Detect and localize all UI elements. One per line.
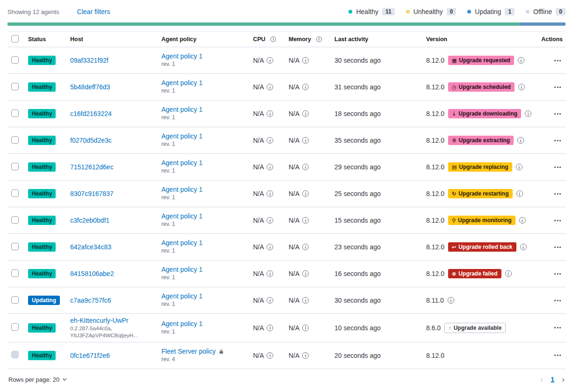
- cpu-na-info-icon[interactable]: i: [267, 164, 273, 170]
- memory-na-info-icon[interactable]: i: [302, 297, 309, 304]
- agent-policy-link[interactable]: Agent policy 1: [161, 106, 203, 113]
- row-checkbox[interactable]: [11, 243, 19, 250]
- memory-cell: N/Ai: [289, 190, 334, 197]
- host-link[interactable]: c16fd2163224: [70, 110, 112, 117]
- memory-na-info-icon[interactable]: i: [302, 137, 309, 144]
- memory-na-info-icon[interactable]: i: [302, 84, 309, 90]
- upgrade-info-icon[interactable]: i: [519, 217, 526, 224]
- cpu-na-info-icon[interactable]: i: [267, 297, 273, 304]
- agent-policy-link[interactable]: Agent policy 1: [161, 79, 203, 87]
- upgrade-info-icon[interactable]: i: [505, 270, 512, 277]
- row-checkbox[interactable]: [11, 269, 19, 277]
- memory-na-info-icon[interactable]: i: [302, 325, 309, 331]
- host-link[interactable]: 0fc1e671f2e6: [70, 352, 110, 359]
- agent-policy-link[interactable]: Agent policy 1: [161, 266, 203, 273]
- cpu-na-info-icon[interactable]: i: [267, 84, 273, 90]
- upgrade-info-icon[interactable]: i: [518, 57, 524, 64]
- agent-policy-link[interactable]: Fleet Server policy: [161, 348, 216, 355]
- agent-policy-link[interactable]: Agent policy 1: [161, 292, 203, 300]
- actions-menu-button[interactable]: [552, 324, 563, 331]
- cpu-info-icon[interactable]: i: [270, 36, 276, 42]
- cpu-na-info-icon[interactable]: i: [267, 137, 273, 144]
- cpu-value: N/A: [253, 297, 264, 304]
- host-link[interactable]: 8307c9167837: [70, 190, 114, 197]
- agent-policy-link[interactable]: Agent policy 1: [161, 52, 203, 60]
- host-link[interactable]: c3fc2eb0bdf1: [70, 217, 109, 224]
- host-link[interactable]: 84158106abe2: [70, 270, 114, 277]
- row-checkbox[interactable]: [11, 56, 19, 64]
- memory-na-info-icon[interactable]: i: [302, 244, 309, 250]
- upgrade-info-icon[interactable]: i: [520, 244, 527, 250]
- cpu-na-info-icon[interactable]: i: [267, 244, 273, 250]
- actions-menu-button[interactable]: [552, 137, 563, 144]
- memory-na-info-icon[interactable]: i: [302, 57, 309, 64]
- actions-menu-button[interactable]: [552, 270, 563, 277]
- cpu-na-info-icon[interactable]: i: [267, 217, 273, 224]
- row-checkbox[interactable]: [11, 109, 19, 117]
- row-checkbox[interactable]: [11, 163, 19, 170]
- memory-na-info-icon[interactable]: i: [302, 352, 309, 359]
- rows-per-page-button[interactable]: Rows per page: 20: [8, 376, 67, 383]
- row-checkbox[interactable]: [11, 323, 19, 331]
- row-checkbox[interactable]: [11, 351, 19, 358]
- memory-na-info-icon[interactable]: i: [302, 217, 309, 224]
- memory-na-info-icon[interactable]: i: [302, 164, 309, 170]
- actions-menu-button[interactable]: [552, 57, 563, 64]
- agent-policy-link[interactable]: Agent policy 1: [161, 159, 203, 167]
- upgrade-badge-icon: ↑: [449, 324, 451, 332]
- actions-menu-button[interactable]: [552, 84, 563, 91]
- actions-menu-button[interactable]: [552, 164, 563, 171]
- cpu-na-info-icon[interactable]: i: [267, 325, 273, 331]
- actions-menu-button[interactable]: [552, 297, 563, 304]
- row-checkbox[interactable]: [11, 296, 19, 304]
- host-link[interactable]: 09af3321f92f: [70, 57, 109, 64]
- row-checkbox[interactable]: [11, 136, 19, 144]
- memory-na-info-icon[interactable]: i: [302, 190, 309, 197]
- cpu-na-info-icon[interactable]: i: [267, 110, 273, 117]
- memory-na-info-icon[interactable]: i: [302, 270, 309, 277]
- host-link[interactable]: f0270d5d2e3c: [70, 137, 112, 144]
- upgrade-info-icon[interactable]: i: [516, 190, 523, 197]
- row-checkbox[interactable]: [11, 216, 19, 224]
- host-link[interactable]: c7aa9c757fc6: [70, 297, 111, 304]
- host-link[interactable]: eh-Kittencurly-UwPr: [70, 317, 128, 324]
- cpu-na-info-icon[interactable]: i: [267, 352, 273, 359]
- memory-na-info-icon[interactable]: i: [302, 110, 309, 117]
- actions-menu-button[interactable]: [552, 244, 563, 251]
- cpu-na-info-icon[interactable]: i: [267, 270, 273, 277]
- version-info-icon[interactable]: i: [448, 297, 454, 304]
- row-checkbox[interactable]: [11, 83, 19, 90]
- actions-menu-button[interactable]: [552, 217, 563, 224]
- clear-filters-link[interactable]: Clear filters: [77, 8, 110, 15]
- previous-page-button[interactable]: ‹: [540, 375, 543, 385]
- memory-info-icon[interactable]: i: [316, 36, 322, 42]
- actions-menu-button[interactable]: [552, 110, 563, 117]
- upgrade-badge-label: Upgrade restarting: [458, 190, 508, 197]
- agent-policy-link[interactable]: Agent policy 1: [161, 320, 203, 327]
- actions-menu-button[interactable]: [552, 190, 563, 197]
- upgrade-info-icon[interactable]: i: [516, 164, 522, 170]
- upgrade-info-icon[interactable]: i: [525, 110, 531, 117]
- page-number-button[interactable]: 1: [551, 376, 554, 383]
- policy-revision: rev. 1: [161, 61, 248, 68]
- upgrade-badge-icon: ⊗: [452, 270, 456, 277]
- agent-policy-link[interactable]: Agent policy 1: [161, 212, 203, 220]
- actions-menu-button[interactable]: [552, 352, 563, 359]
- select-all-checkbox[interactable]: [11, 35, 19, 43]
- agent-policy-link[interactable]: Agent policy 1: [161, 186, 203, 193]
- memory-value: N/A: [289, 324, 299, 332]
- cpu-na-info-icon[interactable]: i: [267, 190, 273, 197]
- legend-count-badge: 0: [556, 8, 566, 15]
- host-link[interactable]: 71512612d6ec: [70, 163, 114, 171]
- upgrade-info-icon[interactable]: i: [517, 137, 524, 144]
- host-link[interactable]: 5b48deff76d3: [70, 83, 110, 91]
- row-checkbox[interactable]: [11, 189, 19, 197]
- cpu-na-info-icon[interactable]: i: [267, 57, 273, 64]
- next-page-button[interactable]: ›: [562, 375, 565, 385]
- host-link[interactable]: 642afce34c83: [70, 243, 111, 251]
- agent-policy-link[interactable]: Agent policy 1: [161, 132, 203, 140]
- agent-policy-link[interactable]: Agent policy 1: [161, 239, 203, 247]
- upgrade-badge-icon: ▦: [452, 57, 457, 64]
- rows-per-page-label: Rows per page: 20: [8, 376, 59, 383]
- upgrade-info-icon[interactable]: i: [518, 84, 525, 90]
